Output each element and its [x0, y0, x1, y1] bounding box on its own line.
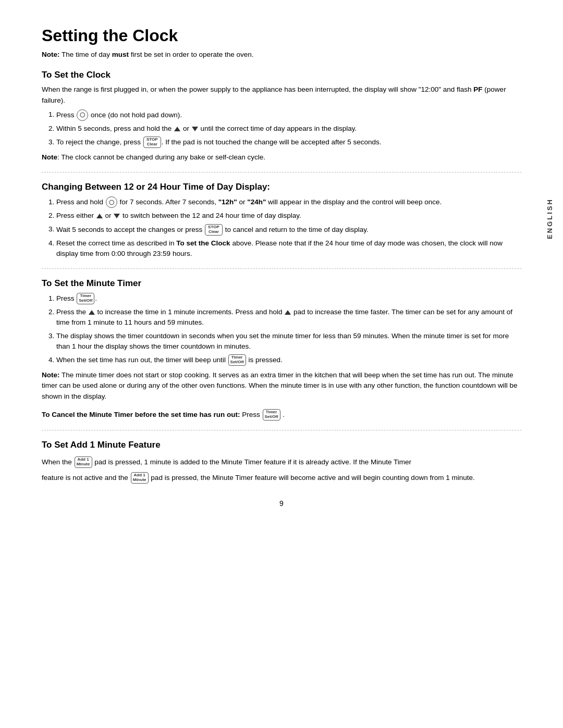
page-title: Setting the Clock [42, 26, 521, 45]
minute-timer-heading: To Set the Minute Timer [42, 278, 521, 289]
change-display-step-3: Wait 5 seconds to accept the changes or … [56, 224, 521, 236]
add1-minute-icon-2: Add 1Minute [131, 472, 149, 484]
arrow-down-icon-2 [114, 214, 120, 218]
minute-timer-steps: Press TimerSet/Off. Press the to increas… [56, 293, 521, 366]
change-display-heading: Changing Between 12 or 24 Hour Time of D… [42, 182, 521, 192]
clock-hold-icon: ◯ [106, 196, 117, 208]
vertical-english-label: ENGLISH [546, 198, 554, 239]
set-clock-intro: When the range is first plugged in, or w… [42, 84, 521, 106]
stop-clear-button-icon: STOPClear [143, 137, 161, 148]
add-minute-heading: To Set Add 1 Minute Feature [42, 440, 521, 450]
timer-setoff-icon-2: TimerSet/Off [228, 354, 246, 366]
set-clock-step-3: To reject the change, press STOPClear. I… [56, 137, 521, 148]
arrow-up-icon-3 [89, 310, 95, 315]
stop-clear-icon-2: STOPClear [205, 224, 223, 236]
timer-setoff-icon-1: TimerSet/Off [77, 293, 94, 304]
set-clock-heading: To Set the Clock [42, 70, 521, 80]
change-display-step-1: Press and hold ◯ for 7 seconds. After 7 … [56, 196, 521, 208]
timer-setoff-icon-3: TimerSet/Off [263, 409, 280, 421]
clock-button-icon: ◯ [77, 109, 88, 121]
set-clock-step-2: Within 5 seconds, press and hold the or … [56, 124, 521, 134]
divider-3 [42, 430, 521, 430]
change-display-step-2: Press either or to switch between the 12… [56, 211, 521, 221]
page-number: 9 [42, 499, 521, 508]
section-set-clock: To Set the Clock When the range is first… [42, 70, 521, 163]
add-minute-para2: feature is not active and the Add 1Minut… [42, 472, 521, 484]
minute-timer-note: Note: The minute timer does not start or… [42, 370, 521, 402]
top-note: Note: The time of day must first be set … [42, 50, 521, 60]
arrow-up-icon [174, 127, 180, 131]
minute-timer-step-4: When the set time has run out, the timer… [56, 354, 521, 366]
minute-timer-step-1: Press TimerSet/Off. [56, 293, 521, 304]
divider-2 [42, 268, 521, 269]
arrow-up-icon-2 [96, 214, 103, 218]
change-display-step-4: Reset the correct time as described in T… [56, 238, 521, 260]
add1-minute-icon-1: Add 1Minute [75, 456, 92, 468]
section-add-minute: To Set Add 1 Minute Feature When the Add… [42, 440, 521, 484]
minute-timer-step-2: Press the to increase the time in 1 minu… [56, 307, 521, 328]
change-display-steps: Press and hold ◯ for 7 seconds. After 7 … [56, 196, 521, 259]
set-clock-steps: Press ◯ once (do not hold pad down). Wit… [56, 109, 521, 148]
set-clock-note: Note: The clock cannot be changed during… [42, 152, 521, 163]
arrow-up-icon-4 [285, 310, 291, 315]
divider-1 [42, 172, 521, 172]
set-clock-step-1: Press ◯ once (do not hold pad down). [56, 109, 521, 121]
section-minute-timer: To Set the Minute Timer Press TimerSet/O… [42, 278, 521, 421]
minute-timer-step-3: The display shows the timer countdown in… [56, 331, 521, 352]
arrow-down-icon [192, 127, 198, 131]
cancel-timer-line: To Cancel the Minute Timer before the se… [42, 409, 521, 421]
section-change-display: Changing Between 12 or 24 Hour Time of D… [42, 182, 521, 259]
add-minute-para1: When the Add 1Minute pad is pressed, 1 m… [42, 456, 521, 468]
